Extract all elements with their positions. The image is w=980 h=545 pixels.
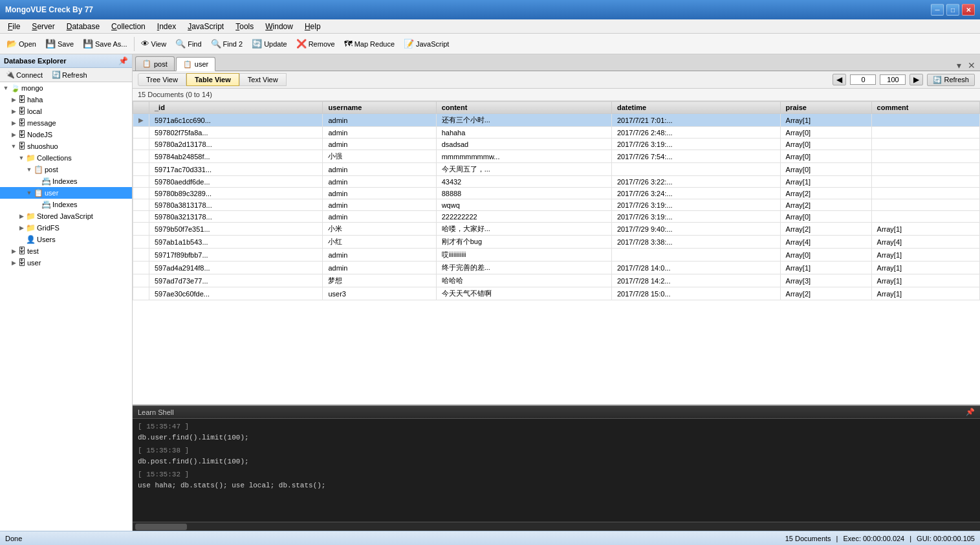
remove-button[interactable]: ❌ Remove	[292, 36, 339, 52]
text-view-tab[interactable]: Text View	[239, 73, 287, 86]
table-row[interactable]: 597ab1a1b543...小红刚才有个bug2017/7/28 3:38:.…	[133, 236, 980, 249]
menu-server[interactable]: Server	[27, 21, 60, 32]
col-username[interactable]: username	[323, 102, 436, 114]
tree-node-local[interactable]: ▶🗄local	[0, 106, 132, 117]
tree-node-test[interactable]: ▶🗄test	[0, 245, 132, 257]
table-row[interactable]: 5979b50f7e351...小米哈喽，大家好...2017/7/29 9:4…	[133, 223, 980, 236]
javascript-button[interactable]: 📝 JavaScript	[400, 36, 453, 52]
tree-node-gridfs[interactable]: ▶📁GridFS	[0, 222, 132, 234]
tree-node-user[interactable]: ▼📋user	[0, 187, 132, 199]
table-row[interactable]: 59780a3813178...adminwqwq2017/7/26 3:19:…	[133, 199, 980, 211]
cell-id-5: 59780aeddf6de...	[149, 176, 323, 188]
page-limit-input[interactable]: 100	[880, 74, 906, 85]
col-id[interactable]: _id	[149, 102, 323, 114]
table-row[interactable]: 59780aeddf6de...admin434322017/7/26 3:22…	[133, 176, 980, 188]
tree-node-user-indexes[interactable]: 📇Indexes	[0, 199, 132, 210]
sidebar-refresh-button[interactable]: 🔄 Refresh	[49, 69, 91, 80]
tree-node-haha[interactable]: ▶🗄haha	[0, 94, 132, 106]
close-button[interactable]: ✕	[962, 4, 975, 16]
table-row[interactable]: 59780b89c3289...admin888882017/7/26 3:24…	[133, 188, 980, 199]
col-datetime[interactable]: datetime	[611, 102, 780, 114]
table-row[interactable]: 59784ab24858f...小强mmmmmmmmw...2017/7/26 …	[133, 150, 980, 163]
title-bar: MongoVUE Creck By 77 ─ □ ✕	[0, 0, 980, 19]
menu-database[interactable]: Database	[61, 21, 105, 32]
col-praise[interactable]: praise	[780, 102, 871, 114]
table-row[interactable]: 59717f89bfbb7...admin哎iiiiiiiiiiiArray[0…	[133, 249, 980, 261]
cell-praise-11: Array[0]	[780, 249, 871, 261]
content-area: 📋 post 📋 user ▾ ✕ Tree View Table View T…	[133, 54, 980, 405]
tree-node-mongo[interactable]: ▼🍃mongo	[0, 82, 132, 94]
tree-node-users[interactable]: 👤Users	[0, 234, 132, 245]
table-row[interactable]: 59780a2d13178...admindsadsad2017/7/26 3:…	[133, 139, 980, 150]
table-container[interactable]: _id username content datetime praise com…	[133, 101, 980, 405]
find2-label: Find 2	[223, 40, 243, 48]
tree-node-message[interactable]: ▶🗄message	[0, 117, 132, 129]
table-row[interactable]: 597802f75fa8a...adminhahaha2017/7/26 2:4…	[133, 127, 980, 139]
tree-node-user-root[interactable]: ▶🗄user	[0, 257, 132, 269]
col-content[interactable]: content	[436, 102, 611, 114]
label-nodejs: NodeJS	[27, 131, 52, 139]
table-row[interactable]: 59717ac70d331...admin今天周五了，...Array[0]	[133, 163, 980, 176]
expand-user[interactable]: ▼	[26, 190, 32, 196]
nav-prev-button[interactable]: ◀	[833, 74, 846, 85]
tab-close-button[interactable]: ✕	[966, 60, 977, 71]
horizontal-scrollbar[interactable]	[133, 522, 980, 531]
minimize-button[interactable]: ─	[931, 4, 944, 16]
expand-stored-js[interactable]: ▶	[18, 213, 25, 219]
shell-content[interactable]: [ 15:35:47 ]db.user.find().limit(100);[ …	[133, 419, 980, 522]
sidebar-title: Database Explorer	[4, 57, 67, 65]
cell-comment-1	[871, 127, 979, 139]
menu-help[interactable]: Help	[299, 21, 326, 32]
expand-nodejs[interactable]: ▶	[10, 131, 17, 138]
table-row[interactable]: 597ad7d73e77...梦想哈哈哈2017/7/28 14:2...Arr…	[133, 274, 980, 287]
menu-tools[interactable]: Tools	[230, 21, 259, 32]
refresh-button[interactable]: 🔄 Refresh	[927, 74, 975, 86]
tree-node-nodejs[interactable]: ▶🗄NodeJS	[0, 129, 132, 140]
refresh-label: Refresh	[944, 76, 969, 83]
tab-user[interactable]: 📋 user	[176, 57, 215, 71]
table-row[interactable]: 59780a3213178...admin2222222222017/7/26 …	[133, 211, 980, 223]
expand-shuoshuo[interactable]: ▼	[10, 143, 17, 150]
page-start-input[interactable]: 0	[850, 74, 876, 85]
tree-node-collections[interactable]: ▼📁Collections	[0, 152, 132, 164]
tree-view-tab[interactable]: Tree View	[138, 73, 186, 86]
save-button[interactable]: 💾 Save	[41, 36, 78, 52]
find-button[interactable]: 🔍 Find	[171, 36, 205, 52]
view-button[interactable]: 👁 View	[137, 36, 171, 52]
javascript-icon: 📝	[404, 39, 414, 49]
expand-user-root[interactable]: ▶	[10, 260, 17, 266]
col-comment[interactable]: comment	[871, 102, 979, 114]
menu-index[interactable]: Index	[152, 21, 181, 32]
table-header-row: _id username content datetime praise com…	[133, 102, 980, 114]
table-row[interactable]: 597ad4a2914f8...admin终于完善的差...2017/7/28 …	[133, 261, 980, 274]
tree-node-stored-js[interactable]: ▶📁Stored JavaScript	[0, 210, 132, 222]
nav-next-button[interactable]: ▶	[909, 74, 923, 85]
tab-chevron-button[interactable]: ▾	[955, 60, 963, 71]
expand-post[interactable]: ▼	[26, 166, 32, 173]
menu-file[interactable]: File	[3, 21, 25, 32]
table-view-tab[interactable]: Table View	[186, 73, 239, 86]
menu-collection[interactable]: Collection	[106, 21, 151, 32]
tree-node-post-indexes[interactable]: 📇Indexes	[0, 175, 132, 187]
expand-gridfs[interactable]: ▶	[18, 225, 25, 231]
table-row[interactable]: ▶5971a6c1cc690...admin还有三个小时...2017/7/21…	[133, 114, 980, 127]
menu-window[interactable]: Window	[260, 21, 298, 32]
table-row[interactable]: 597ae30c60fde...user3今天天气不错啊2017/7/28 15…	[133, 287, 980, 300]
find2-button[interactable]: 🔍 Find 2	[207, 36, 247, 52]
expand-message[interactable]: ▶	[10, 120, 17, 126]
expand-haha[interactable]: ▶	[10, 96, 17, 103]
tree-node-post[interactable]: ▼📋post	[0, 164, 132, 175]
map-reduce-button[interactable]: 🗺 Map Reduce	[340, 36, 398, 52]
update-button[interactable]: 🔄 Update	[248, 36, 290, 52]
connect-button[interactable]: 🔌 Connect	[3, 69, 46, 80]
expand-test[interactable]: ▶	[10, 248, 17, 254]
open-button[interactable]: 📂 Open	[3, 36, 40, 52]
tab-post[interactable]: 📋 post	[135, 56, 175, 71]
maximize-button[interactable]: □	[946, 4, 959, 16]
menu-javascript[interactable]: JavaScript	[182, 21, 229, 32]
tree-node-shuoshuo[interactable]: ▼🗄shuoshuo	[0, 140, 132, 152]
expand-mongo[interactable]: ▼	[3, 85, 9, 91]
expand-collections[interactable]: ▼	[18, 155, 25, 161]
save-as-button[interactable]: 💾 Save As...	[79, 36, 131, 52]
expand-local[interactable]: ▶	[10, 108, 17, 115]
